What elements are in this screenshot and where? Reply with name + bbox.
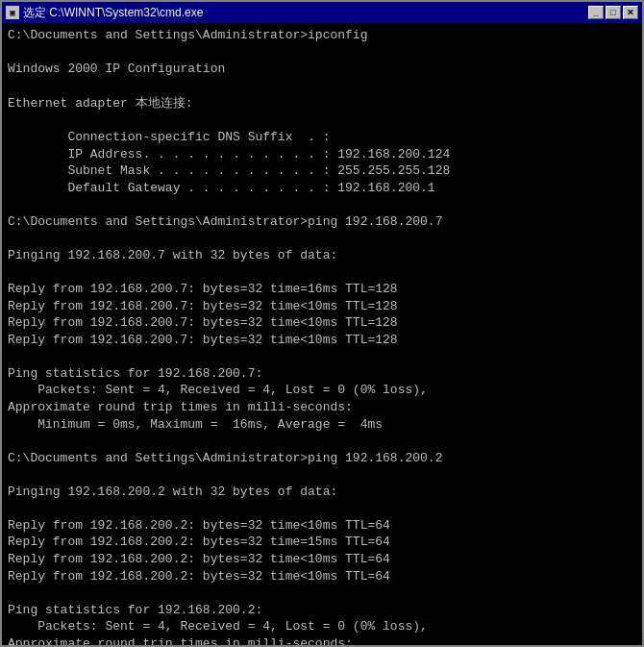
window-title: 选定 C:\WINNT\System32\cmd.exe [23, 5, 203, 21]
titlebar: ▣ 选定 C:\WINNT\System32\cmd.exe _ □ ✕ [2, 2, 642, 23]
titlebar-left: ▣ 选定 C:\WINNT\System32\cmd.exe [6, 5, 203, 21]
cmd-icon: ▣ [6, 6, 19, 19]
minimize-button[interactable]: _ [588, 6, 604, 19]
console-output[interactable]: C:\Documents and Settings\Administrator>… [2, 23, 642, 645]
maximize-button[interactable]: □ [606, 6, 621, 19]
cmd-window: ▣ 选定 C:\WINNT\System32\cmd.exe _ □ ✕ C:\… [0, 0, 644, 647]
close-button[interactable]: ✕ [623, 6, 638, 19]
titlebar-buttons: _ □ ✕ [588, 6, 638, 19]
